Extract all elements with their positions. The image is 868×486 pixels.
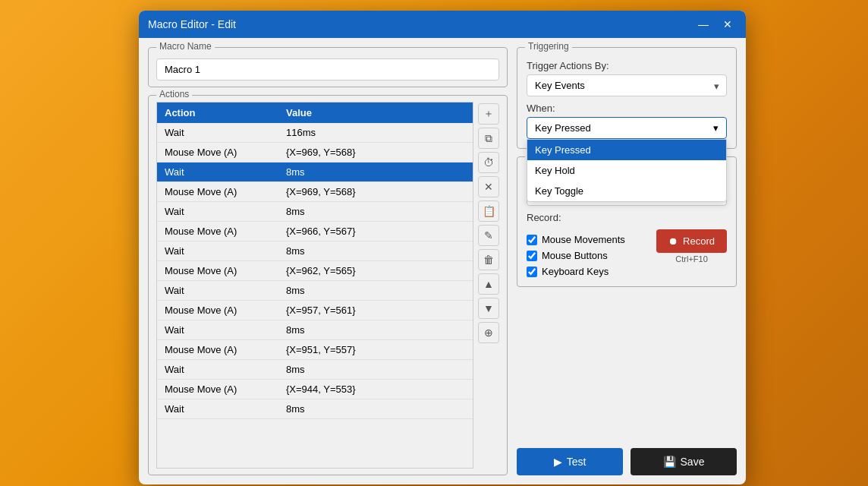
table-body[interactable]: Wait 116ms Mouse Move (A) {X=969, Y=568}… — [157, 123, 473, 468]
when-dropdown-arrow: ▾ — [713, 122, 719, 134]
mouse-movements-checkbox[interactable] — [527, 235, 537, 245]
mouse-buttons-checkbox[interactable] — [527, 251, 537, 261]
keyboard-keys-checkbox-row: Keyboard Keys — [527, 266, 649, 277]
window-content: Macro Name Actions Action Value Wait 116… — [139, 38, 746, 484]
when-dropdown-trigger[interactable]: Key Pressed ▾ — [527, 117, 727, 139]
minimize-icon: — — [698, 18, 709, 30]
add-action-button[interactable]: ＋ — [478, 103, 499, 125]
titlebar-controls: — ✕ — [694, 15, 737, 33]
close-icon: ✕ — [723, 18, 732, 30]
when-dropdown[interactable]: Key Pressed ▾ Key PressedKey HoldKey Tog… — [527, 117, 727, 139]
table-row[interactable]: Mouse Move (A) {X=969, Y=568} — [157, 143, 473, 163]
row-value: {X=966, Y=567} — [278, 222, 473, 241]
edit-action-button[interactable]: ✎ — [478, 225, 499, 246]
save-icon: 💾 — [663, 456, 676, 468]
table-row[interactable]: Wait 8ms — [157, 399, 473, 419]
row-value: {X=951, Y=557} — [278, 340, 473, 359]
when-dropdown-item[interactable]: Key Toggle — [527, 181, 726, 201]
action-side-buttons: ＋ ⧉ ⏱ ✕ 📋 ✎ 🗑 ▲ ▼ ⊕ — [478, 102, 499, 469]
row-action: Wait — [157, 241, 278, 260]
record-button[interactable]: ⏺ Record — [656, 229, 727, 253]
titlebar: Macro Editor - Edit — ✕ — [139, 11, 746, 38]
table-row[interactable]: Wait 8ms — [157, 241, 473, 261]
test-button-label: Test — [567, 456, 587, 468]
file-action-button[interactable]: 📋 — [478, 200, 499, 222]
actions-fieldset: Actions Action Value Wait 116ms Mouse Mo… — [148, 95, 508, 475]
table-row[interactable]: Mouse Move (A) {X=966, Y=567} — [157, 222, 473, 241]
table-row[interactable]: Mouse Move (A) {X=957, Y=561} — [157, 301, 473, 320]
when-label: When: — [527, 103, 727, 114]
row-action: Wait — [157, 123, 278, 142]
row-value: 8ms — [278, 360, 473, 379]
minimize-button[interactable]: — — [694, 15, 712, 33]
keyboard-keys-checkbox-label: Keyboard Keys — [542, 266, 609, 277]
record-icon: ⏺ — [668, 235, 678, 247]
triggering-fieldset: Triggering Trigger Actions By: Key Event… — [517, 47, 737, 149]
mouse-buttons-checkbox-label: Mouse Buttons — [542, 250, 608, 261]
record-label: Record: — [527, 212, 727, 223]
copy-action-button[interactable]: ⧉ — [478, 128, 499, 149]
row-value: {X=962, Y=565} — [278, 261, 473, 280]
row-action: Wait — [157, 320, 278, 339]
macro-editor-window: Macro Editor - Edit — ✕ Macro Name Actio… — [139, 11, 746, 484]
row-action: Mouse Move (A) — [157, 301, 278, 320]
window-title: Macro Editor - Edit — [148, 18, 236, 30]
save-button[interactable]: 💾 Save — [631, 448, 737, 475]
when-dropdown-item[interactable]: Key Hold — [527, 160, 726, 181]
table-row[interactable]: Mouse Move (A) {X=951, Y=557} — [157, 340, 473, 360]
left-panel: Macro Name Actions Action Value Wait 116… — [148, 47, 508, 475]
add-bottom-button[interactable]: ⊕ — [478, 322, 499, 343]
row-action: Mouse Move (A) — [157, 143, 278, 162]
macro-name-legend: Macro Name — [156, 41, 215, 52]
trigger-select-wrapper: Key Events Mouse Events ▾ — [527, 74, 727, 96]
row-action: Mouse Move (A) — [157, 340, 278, 359]
table-row[interactable]: Mouse Move (A) {X=944, Y=553} — [157, 380, 473, 399]
record-row: Mouse MovementsMouse ButtonsKeyboard Key… — [527, 229, 727, 277]
bottom-buttons: ▶ Test 💾 Save — [517, 448, 737, 475]
row-action: Mouse Move (A) — [157, 380, 278, 399]
actions-legend: Actions — [156, 89, 192, 99]
row-value: 8ms — [278, 163, 473, 181]
table-row[interactable]: Mouse Move (A) {X=962, Y=565} — [157, 261, 473, 281]
macro-name-input[interactable] — [156, 58, 499, 80]
when-dropdown-item[interactable]: Key Pressed — [527, 140, 726, 160]
right-panel: Triggering Trigger Actions By: Key Event… — [517, 47, 737, 475]
mouse-buttons-checkbox-row: Mouse Buttons — [527, 250, 649, 261]
checkboxes-col: Mouse MovementsMouse ButtonsKeyboard Key… — [527, 229, 649, 277]
row-action: Mouse Move (A) — [157, 222, 278, 241]
when-dropdown-value: Key Pressed — [535, 122, 591, 134]
record-btn-col: ⏺ Record Ctrl+F10 — [656, 229, 727, 264]
header-action: Action — [157, 103, 278, 123]
table-row[interactable]: Mouse Move (A) {X=969, Y=568} — [157, 182, 473, 202]
close-button[interactable]: ✕ — [719, 15, 737, 33]
row-value: 8ms — [278, 241, 473, 260]
trigger-label: Trigger Actions By: — [527, 60, 727, 71]
down-action-button[interactable]: ▼ — [478, 298, 499, 319]
row-value: {X=944, Y=553} — [278, 380, 473, 399]
macro-name-fieldset: Macro Name — [148, 47, 508, 87]
row-action: Mouse Move (A) — [157, 261, 278, 280]
delete-action-button[interactable]: 🗑 — [478, 249, 499, 270]
up-action-button[interactable]: ▲ — [478, 273, 499, 295]
row-value: {X=969, Y=568} — [278, 182, 473, 201]
row-value: 8ms — [278, 320, 473, 339]
row-value: 116ms — [278, 123, 473, 142]
table-row[interactable]: Wait 8ms — [157, 320, 473, 340]
table-row[interactable]: Wait 116ms — [157, 123, 473, 143]
test-button[interactable]: ▶ Test — [517, 448, 623, 475]
trigger-select[interactable]: Key Events Mouse Events — [527, 74, 727, 96]
keyboard-keys-checkbox[interactable] — [527, 267, 537, 277]
table-row[interactable]: Wait 8ms — [157, 163, 473, 182]
row-action: Mouse Move (A) — [157, 182, 278, 201]
table-row[interactable]: Wait 8ms — [157, 360, 473, 380]
record-button-label: Record — [683, 235, 715, 247]
table-row[interactable]: Wait 8ms — [157, 202, 473, 222]
row-value: {X=969, Y=568} — [278, 143, 473, 162]
table-row[interactable]: Wait 8ms — [157, 281, 473, 301]
mouse-movements-checkbox-label: Mouse Movements — [542, 234, 625, 245]
row-value: 8ms — [278, 281, 473, 300]
row-action: Wait — [157, 163, 278, 181]
row-value: 8ms — [278, 399, 473, 418]
remove-action-button[interactable]: ✕ — [478, 176, 499, 197]
timer-action-button[interactable]: ⏱ — [478, 152, 499, 173]
